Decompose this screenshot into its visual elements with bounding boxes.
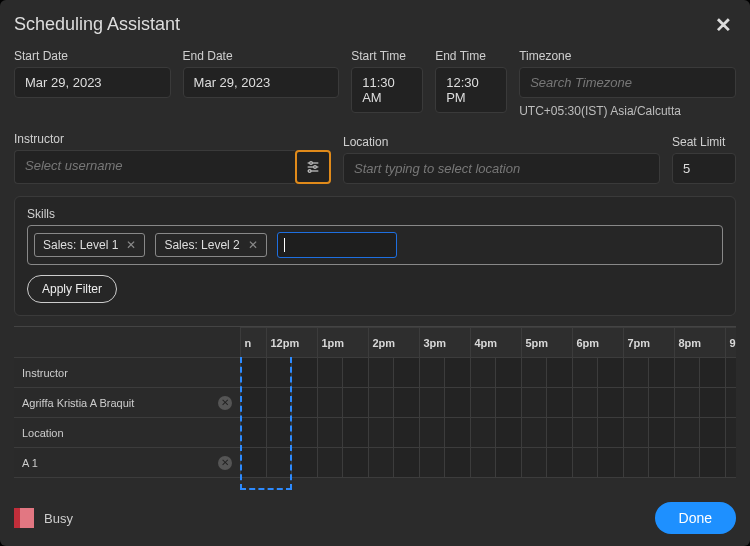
start-date-input[interactable]: Mar 29, 2023	[14, 67, 171, 98]
sliders-icon	[305, 159, 321, 175]
end-date-label: End Date	[183, 49, 340, 63]
instructor-filter-button[interactable]	[295, 150, 331, 184]
svg-point-5	[308, 170, 311, 173]
done-button[interactable]: Done	[655, 502, 736, 534]
chip-remove-icon[interactable]: ✕	[126, 238, 136, 252]
grid-row-header: Instructor	[14, 358, 240, 388]
start-date-label: Start Date	[14, 49, 171, 63]
page-title: Scheduling Assistant	[14, 14, 180, 35]
skills-filter-panel: Skills Sales: Level 1✕Sales: Level 2✕ Ap…	[14, 196, 736, 316]
seat-limit-input[interactable]: 5	[672, 153, 736, 184]
start-time-input[interactable]: 11:30 AM	[351, 67, 423, 113]
availability-grid[interactable]: n12pm1pm2pm3pm4pm5pm6pm7pm8pm9pmInstruct…	[14, 326, 736, 490]
remove-row-icon[interactable]: ✕	[218, 396, 232, 410]
seat-limit-label: Seat Limit	[672, 135, 736, 149]
start-time-label: Start Time	[351, 49, 423, 63]
skills-label: Skills	[27, 207, 723, 221]
remove-row-icon[interactable]: ✕	[218, 456, 232, 470]
location-input[interactable]: Start typing to select location	[343, 153, 660, 184]
scheduling-assistant-modal: Scheduling Assistant ✕ Start Date Mar 29…	[0, 0, 750, 546]
instructor-label: Instructor	[14, 132, 331, 146]
end-time-label: End Time	[435, 49, 507, 63]
skill-chip-input[interactable]	[277, 232, 397, 258]
close-icon[interactable]: ✕	[711, 15, 736, 35]
grid-row-header: Agriffa Kristia A Braquit✕	[14, 388, 240, 418]
legend-busy: Busy	[14, 508, 73, 528]
skill-chip[interactable]: Sales: Level 1✕	[34, 233, 145, 257]
busy-swatch	[14, 508, 34, 528]
end-time-input[interactable]: 12:30 PM	[435, 67, 507, 113]
skills-chip-bar[interactable]: Sales: Level 1✕Sales: Level 2✕	[27, 225, 723, 265]
timezone-hint: UTC+05:30(IST) Asia/Calcutta	[519, 104, 736, 118]
timezone-input[interactable]: Search Timezone	[519, 67, 736, 98]
chip-remove-icon[interactable]: ✕	[248, 238, 258, 252]
timezone-label: Timezone	[519, 49, 736, 63]
end-date-input[interactable]: Mar 29, 2023	[183, 67, 340, 98]
svg-point-3	[314, 166, 317, 169]
svg-point-1	[310, 162, 313, 165]
skill-chip[interactable]: Sales: Level 2✕	[155, 233, 266, 257]
grid-row-header: Location	[14, 418, 240, 448]
grid-row-header: A 1✕	[14, 448, 240, 478]
instructor-input[interactable]: Select username	[14, 150, 295, 184]
apply-filter-button[interactable]: Apply Filter	[27, 275, 117, 303]
location-label: Location	[343, 135, 660, 149]
